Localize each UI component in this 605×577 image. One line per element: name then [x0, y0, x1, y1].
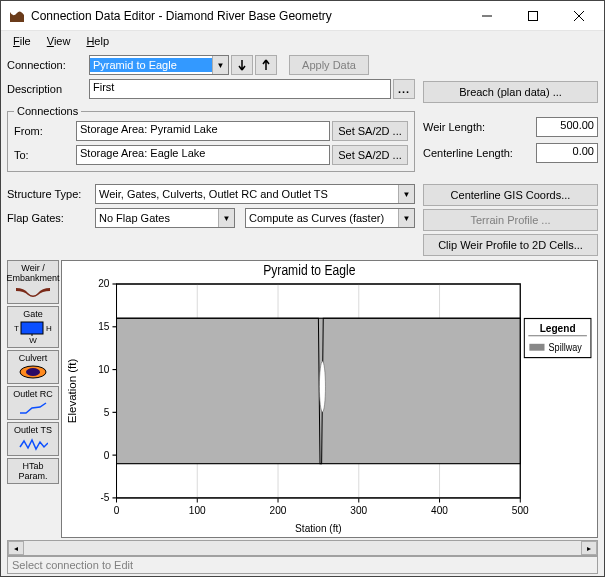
svg-point-9	[26, 368, 40, 376]
tool-outlet-rc[interactable]: Outlet RC	[7, 386, 59, 420]
description-input[interactable]: First	[89, 79, 391, 99]
chevron-down-icon[interactable]: ▼	[398, 209, 414, 227]
centerline-gis-button[interactable]: Centerline GIS Coords...	[423, 184, 598, 206]
flap-gates-value: No Flap Gates	[96, 211, 218, 225]
weir-length-field: 500.00	[536, 117, 598, 137]
terrain-profile-button[interactable]: Terrain Profile ...	[423, 209, 598, 231]
connection-value: Pyramid to Eagle	[90, 58, 212, 72]
menu-help[interactable]: Help	[80, 34, 115, 48]
next-connection-button[interactable]	[255, 55, 277, 75]
status-bar: Select connection to Edit	[7, 556, 598, 574]
tool-gate-label: Gate	[23, 309, 43, 319]
clip-weir-button[interactable]: Clip Weir Profile to 2D Cells...	[423, 234, 598, 256]
weir-icon	[16, 284, 50, 300]
structure-type-value: Weir, Gates, Culverts, Outlet RC and Out…	[96, 187, 398, 201]
svg-text:Station (ft): Station (ft)	[295, 522, 342, 535]
menu-view[interactable]: View	[41, 34, 77, 48]
tool-outlet-ts-label: Outlet TS	[14, 425, 52, 435]
centerline-length-label: Centerline Length:	[423, 147, 532, 159]
outlet-ts-icon	[18, 436, 48, 452]
svg-text:400: 400	[431, 503, 448, 516]
titlebar: Connection Data Editor - Diamond River B…	[1, 1, 604, 31]
app-icon	[9, 8, 25, 24]
menu-file[interactable]: File	[7, 34, 37, 48]
structure-type-combo[interactable]: Weir, Gates, Culverts, Outlet RC and Out…	[95, 184, 415, 204]
svg-text:100: 100	[189, 503, 206, 516]
tool-htab-label: HTab Param.	[9, 461, 57, 481]
svg-text:15: 15	[98, 320, 109, 333]
scroll-right-button[interactable]: ▸	[581, 541, 597, 555]
centerline-length-field: 0.00	[536, 143, 598, 163]
culvert-icon	[18, 364, 48, 380]
connections-legend: Connections	[14, 105, 81, 117]
tool-htab[interactable]: HTab Param.	[7, 458, 59, 484]
svg-text:T: T	[14, 324, 19, 333]
tool-culvert-label: Culvert	[19, 353, 48, 363]
close-button[interactable]	[556, 2, 602, 30]
connection-label: Connection:	[7, 59, 87, 71]
prev-connection-button[interactable]	[231, 55, 253, 75]
tool-gate[interactable]: Gate T H W	[7, 306, 59, 348]
menubar: File View Help	[1, 31, 604, 51]
svg-text:10: 10	[98, 362, 109, 375]
svg-text:300: 300	[350, 503, 367, 516]
tool-culvert[interactable]: Culvert	[7, 350, 59, 384]
description-label: Description	[7, 83, 87, 95]
to-label: To:	[14, 149, 74, 161]
from-field: Storage Area: Pyramid Lake	[76, 121, 330, 141]
h-scrollbar[interactable]: ◂ ▸	[7, 540, 598, 556]
svg-text:20: 20	[98, 277, 109, 290]
flap-gates-combo[interactable]: No Flap Gates ▼	[95, 208, 235, 228]
tool-weir[interactable]: Weir / Embankment	[7, 260, 59, 304]
tool-outlet-ts[interactable]: Outlet TS	[7, 422, 59, 456]
maximize-button[interactable]	[510, 2, 556, 30]
chevron-down-icon[interactable]: ▼	[398, 185, 414, 203]
svg-point-49	[319, 361, 325, 412]
description-more-button[interactable]: ...	[393, 79, 415, 99]
svg-text:Legend: Legend	[540, 322, 576, 335]
breach-button[interactable]: Breach (plan data) ...	[423, 81, 598, 103]
status-text: Select connection to Edit	[12, 559, 133, 571]
from-label: From:	[14, 125, 74, 137]
weir-length-label: Weir Length:	[423, 121, 532, 133]
compute-mode-combo[interactable]: Compute as Curves (faster) ▼	[245, 208, 415, 228]
scroll-left-button[interactable]: ◂	[8, 541, 24, 555]
svg-rect-5	[21, 322, 43, 334]
tool-rail: Weir / Embankment Gate T H W	[7, 260, 59, 538]
tool-weir-label: Weir / Embankment	[6, 263, 59, 283]
chevron-down-icon[interactable]: ▼	[212, 56, 228, 74]
svg-text:H: H	[46, 324, 52, 333]
outlet-rc-icon	[18, 400, 48, 416]
to-field: Storage Area: Eagle Lake	[76, 145, 330, 165]
connections-group: Connections From: Storage Area: Pyramid …	[7, 105, 415, 172]
apply-data-button[interactable]: Apply Data	[289, 55, 369, 75]
set-from-sa2d-button[interactable]: Set SA/2D ...	[332, 121, 408, 141]
chart-area[interactable]: Pyramid to Eagle0100200300400500-5051015…	[61, 260, 598, 538]
content: Connection: Pyramid to Eagle ▼ Apply Dat…	[1, 51, 604, 576]
svg-text:0: 0	[114, 503, 120, 516]
gate-icon: T H	[13, 320, 53, 336]
svg-text:Spillway: Spillway	[549, 341, 582, 353]
minimize-button[interactable]	[464, 2, 510, 30]
structure-type-label: Structure Type:	[7, 188, 93, 200]
svg-text:200: 200	[270, 503, 287, 516]
svg-text:5: 5	[104, 405, 110, 418]
chevron-down-icon[interactable]: ▼	[218, 209, 234, 227]
svg-text:Pyramid to Eagle: Pyramid to Eagle	[263, 262, 355, 278]
set-to-sa2d-button[interactable]: Set SA/2D ...	[332, 145, 408, 165]
flap-gates-label: Flap Gates:	[7, 212, 93, 224]
svg-rect-1	[529, 11, 538, 20]
compute-mode-value: Compute as Curves (faster)	[246, 211, 398, 225]
svg-text:Elevation (ft): Elevation (ft)	[67, 359, 78, 424]
svg-text:-5: -5	[100, 491, 109, 504]
window-title: Connection Data Editor - Diamond River B…	[31, 9, 464, 23]
svg-text:0: 0	[104, 448, 110, 461]
connection-combo[interactable]: Pyramid to Eagle ▼	[89, 55, 229, 75]
tool-outlet-rc-label: Outlet RC	[13, 389, 53, 399]
svg-text:500: 500	[512, 503, 529, 516]
